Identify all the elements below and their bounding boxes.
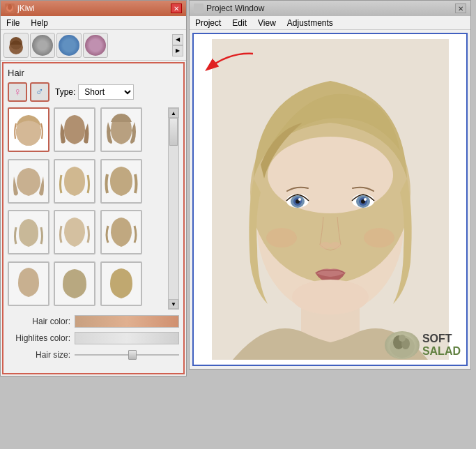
scroll-thumb[interactable]: [169, 118, 178, 146]
nav-next-button[interactable]: ▶: [172, 45, 183, 56]
project-title-left: Project Window: [194, 3, 264, 13]
scroll-track: [169, 118, 178, 299]
portrait-area: SOFT SALAD: [194, 34, 466, 365]
svg-point-17: [298, 198, 301, 201]
hair-color-row: Hair color:: [8, 315, 179, 328]
jkiwi-close-button[interactable]: ✕: [171, 3, 182, 13]
scroll-down-button[interactable]: ▼: [169, 299, 178, 309]
jkiwi-title: jKiwi: [17, 3, 35, 13]
watermark-text: SOFT SALAD: [422, 333, 461, 357]
tool-bowl-button[interactable]: [56, 33, 82, 58]
face-portrait: [212, 39, 449, 360]
project-menu-view[interactable]: View: [255, 17, 279, 29]
highlights-color-label: Highlites color:: [8, 333, 70, 343]
hair-item[interactable]: [100, 210, 142, 254]
svg-point-1: [8, 4, 12, 10]
watermark-logo: [385, 331, 420, 359]
project-menu-bar: Project Edit View Adjustments: [190, 16, 470, 30]
hair-type-select[interactable]: Short Long Medium Wavy Curly: [78, 84, 134, 100]
slider-thumb[interactable]: [128, 350, 137, 360]
hair-item[interactable]: [100, 261, 142, 306]
hair-color-swatch[interactable]: [75, 315, 179, 328]
toolbar: ◀ ▶: [1, 30, 186, 61]
hair-item[interactable]: [54, 107, 95, 152]
project-icon: [194, 3, 204, 13]
jkiwi-menu-bar: File Help: [1, 16, 186, 30]
project-menu-adjustments[interactable]: Adjustments: [284, 17, 336, 29]
hair-item[interactable]: [8, 107, 49, 152]
hair-item[interactable]: [54, 210, 95, 254]
hair-scrollbar[interactable]: ▲ ▼: [168, 107, 179, 310]
hair-size-slider[interactable]: [75, 349, 179, 361]
jkiwi-window: jKiwi ✕ File Help ◀ ▶ Hair: [0, 0, 187, 376]
svg-point-26: [364, 228, 394, 248]
hair-grid: [8, 107, 144, 310]
hair-item[interactable]: [100, 159, 142, 204]
project-canvas: SOFT SALAD: [192, 33, 468, 366]
project-menu-edit[interactable]: Edit: [229, 17, 249, 29]
type-label: Type:: [55, 87, 75, 97]
title-bar-left: jKiwi: [5, 3, 35, 13]
svg-point-23: [320, 242, 331, 249]
panel-content: Hair ♀ ♂ Type: Short Long Medium Wavy Cu…: [2, 62, 185, 374]
svg-point-24: [330, 242, 341, 249]
watermark: SOFT SALAD: [385, 331, 461, 359]
tool-circle-button[interactable]: [30, 33, 55, 58]
hair-color-label: Hair color:: [8, 317, 70, 326]
menu-file[interactable]: File: [3, 17, 22, 29]
project-window: Project Window ✕ Project Edit View Adjus…: [189, 0, 471, 370]
gender-male-button[interactable]: ♂: [30, 82, 49, 102]
hair-size-label: Hair size:: [8, 350, 70, 360]
highlights-color-swatch[interactable]: [75, 332, 179, 344]
svg-point-22: [364, 198, 367, 201]
tool-compact-button[interactable]: [83, 33, 108, 58]
project-window-title: Project Window: [206, 3, 264, 13]
scroll-up-button[interactable]: ▲: [169, 108, 178, 118]
nav-prev-button[interactable]: ◀: [172, 34, 183, 45]
section-hair-title: Hair: [8, 68, 179, 78]
project-title-bar: Project Window ✕: [190, 1, 470, 16]
jkiwi-title-bar: jKiwi ✕: [1, 1, 186, 16]
svg-rect-5: [194, 3, 204, 13]
hair-size-row: Hair size:: [8, 349, 179, 361]
app-icon: [5, 3, 15, 13]
hair-item[interactable]: [100, 107, 142, 152]
hair-item[interactable]: [54, 159, 95, 204]
project-menu-project[interactable]: Project: [192, 17, 224, 29]
tool-hair-button[interactable]: [3, 33, 29, 58]
svg-point-12: [268, 137, 393, 213]
color-controls: Hair color: Highlites color: Hair size:: [8, 315, 179, 361]
svg-point-25: [266, 228, 297, 248]
svg-point-27: [292, 280, 369, 314]
hair-item[interactable]: [54, 261, 95, 306]
project-close-button[interactable]: ✕: [455, 3, 466, 13]
hair-item[interactable]: [8, 159, 49, 204]
highlights-color-row: Highlites color:: [8, 332, 179, 344]
hair-item[interactable]: [8, 210, 49, 254]
menu-help[interactable]: Help: [28, 17, 51, 29]
nav-arrows: ◀ ▶: [172, 34, 183, 56]
hair-controls-row: ♀ ♂ Type: Short Long Medium Wavy Curly: [8, 82, 179, 102]
slider-track: [75, 354, 179, 356]
red-arrow-indicator: [201, 48, 256, 78]
svg-point-31: [399, 335, 406, 342]
gender-female-button[interactable]: ♀: [8, 82, 27, 102]
hair-item[interactable]: [8, 261, 49, 306]
hair-grid-container: ▲ ▼: [8, 107, 179, 310]
